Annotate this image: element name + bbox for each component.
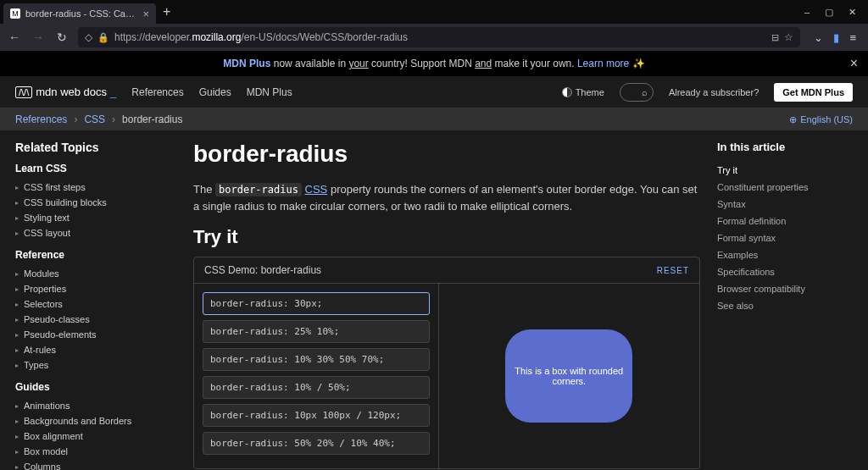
get-mdn-plus-button[interactable]: Get MDN Plus	[774, 83, 853, 102]
demo-title: CSS Demo: border-radius	[204, 264, 321, 276]
browser-tab[interactable]: M border-radius - CSS: Cascadin… ×	[3, 3, 156, 24]
nav-mdnplus[interactable]: MDN Plus	[247, 86, 292, 98]
demo-option[interactable]: border-radius: 10% 30% 50% 70%;	[203, 348, 430, 371]
sidebar-section-heading: Learn CSS	[15, 163, 185, 174]
sidebar-section-heading: Reference	[15, 249, 185, 261]
tab-title: border-radius - CSS: Cascadin…	[25, 8, 137, 19]
mdn-favicon: M	[10, 8, 20, 19]
sidebar-item[interactable]: Styling text	[15, 210, 185, 225]
menu-icon[interactable]: ≡	[849, 31, 856, 44]
toc-item[interactable]: See also	[717, 297, 853, 314]
banner-close-icon[interactable]: ×	[850, 56, 858, 71]
window-close-icon[interactable]: ✕	[849, 7, 856, 18]
toc-title: In this article	[717, 141, 853, 153]
theme-toggle[interactable]: Theme	[562, 87, 604, 97]
reload-button[interactable]: ↻	[54, 30, 70, 44]
sidebar-item[interactable]: Types	[15, 357, 185, 373]
demo-preview-box: This is a box with rounded corners.	[505, 329, 632, 423]
back-button[interactable]: ←	[7, 30, 22, 44]
site-header: /\/\mdn web docs_ References Guides MDN …	[0, 76, 868, 108]
sparkle-icon: ✨	[632, 58, 645, 69]
toc-item[interactable]: Formal definition	[717, 213, 853, 229]
sidebar-item[interactable]: Properties	[15, 281, 185, 296]
sidebar: Related Topics Learn CSSCSS first stepsC…	[15, 141, 185, 470]
window-minimize-icon[interactable]: –	[804, 7, 810, 18]
article: border-radius The border-radius CSS prop…	[185, 141, 717, 470]
tab-strip: M border-radius - CSS: Cascadin… × + – ▢…	[0, 0, 868, 24]
breadcrumb: References › CSS › border-radius ⊕Englis…	[0, 108, 868, 130]
sidebar-item[interactable]: Columns	[15, 459, 185, 470]
sidebar-item[interactable]: CSS first steps	[15, 180, 185, 195]
sidebar-item[interactable]: CSS building blocks	[15, 195, 185, 210]
close-tab-icon[interactable]: ×	[142, 8, 149, 20]
sidebar-item[interactable]: Box alignment	[15, 429, 185, 444]
reader-icon[interactable]: ⊟	[771, 32, 779, 43]
nav-guides[interactable]: Guides	[199, 86, 231, 98]
theme-icon	[562, 87, 572, 97]
toc-item[interactable]: Try it	[717, 162, 853, 179]
demo-option[interactable]: border-radius: 30px;	[203, 292, 430, 315]
language-selector[interactable]: ⊕English (US)	[789, 114, 853, 125]
sidebar-item[interactable]: Box model	[15, 444, 185, 459]
table-of-contents: In this article Try itConstituent proper…	[717, 141, 853, 470]
bookmark-star-icon[interactable]: ☆	[784, 31, 793, 43]
url-text: https://developer.mozilla.org/en-US/docs…	[114, 31, 766, 43]
mdn-logo[interactable]: /\/\mdn web docs_	[15, 86, 116, 98]
sidebar-item[interactable]: Backgrounds and Borders	[15, 413, 185, 429]
promo-banner: MDN Plus now available in your country! …	[0, 51, 868, 76]
pocket-icon[interactable]: ⌄	[814, 31, 823, 44]
toc-item[interactable]: Constituent properties	[717, 179, 853, 196]
nav-references[interactable]: References	[131, 86, 183, 98]
demo-option[interactable]: border-radius: 25% 10%;	[203, 320, 430, 343]
demo-option[interactable]: border-radius: 50% 20% / 10% 40%;	[203, 432, 430, 455]
window-maximize-icon[interactable]: ▢	[825, 7, 833, 18]
sidebar-item[interactable]: Animations	[15, 398, 185, 413]
nav-bar: ← → ↻ ◇ 🔒 https://developer.mozilla.org/…	[0, 24, 868, 51]
toc-item[interactable]: Examples	[717, 246, 853, 263]
new-tab-button[interactable]: +	[156, 4, 177, 19]
subscriber-link[interactable]: Already a subscriber?	[669, 87, 759, 97]
sidebar-item[interactable]: Pseudo-elements	[15, 327, 185, 342]
search-button[interactable]: ⌕	[620, 83, 654, 102]
toc-item[interactable]: Syntax	[717, 196, 853, 213]
search-icon: ⌕	[642, 87, 648, 97]
forward-button[interactable]: →	[31, 30, 46, 44]
crumb-current: border-radius	[122, 113, 182, 125]
banner-brand: MDN Plus	[223, 58, 270, 69]
crumb-css[interactable]: CSS	[84, 113, 105, 125]
window-controls: – ▢ ✕	[804, 7, 865, 18]
toc-item[interactable]: Specifications	[717, 263, 853, 280]
globe-icon: ⊕	[789, 114, 797, 125]
toc-item[interactable]: Browser compatibility	[717, 280, 853, 297]
sidebar-item[interactable]: CSS layout	[15, 225, 185, 241]
url-bar[interactable]: ◇ 🔒 https://developer.mozilla.org/en-US/…	[78, 27, 800, 47]
sidebar-item[interactable]: Pseudo-classes	[15, 312, 185, 327]
demo-option[interactable]: border-radius: 10px 100px / 120px;	[203, 404, 430, 427]
chevron-right-icon: ›	[112, 113, 115, 125]
intro-paragraph: The border-radius CSS property rounds th…	[193, 181, 700, 214]
sidebar-section-heading: Guides	[15, 381, 185, 393]
chevron-right-icon: ›	[74, 113, 77, 125]
try-it-heading: Try it	[193, 226, 700, 248]
code-border-radius: border-radius	[215, 183, 302, 196]
sidebar-item[interactable]: At-rules	[15, 342, 185, 357]
sidebar-title: Related Topics	[15, 141, 185, 154]
learn-more-link[interactable]: Learn more	[577, 58, 629, 69]
interactive-demo: CSS Demo: border-radius RESET border-rad…	[193, 257, 700, 469]
toc-item[interactable]: Formal syntax	[717, 229, 853, 246]
shield-icon[interactable]: ◇	[85, 31, 92, 43]
sidebar-item[interactable]: Modules	[15, 266, 185, 281]
sidebar-item[interactable]: Selectors	[15, 296, 185, 312]
page-title: border-radius	[193, 141, 700, 168]
css-link[interactable]: CSS	[305, 183, 328, 196]
demo-preview: This is a box with rounded corners.	[439, 284, 700, 468]
lock-icon[interactable]: 🔒	[97, 32, 109, 43]
reset-button[interactable]: RESET	[657, 266, 689, 275]
demo-options: border-radius: 30px;border-radius: 25% 1…	[194, 284, 439, 468]
demo-option[interactable]: border-radius: 10% / 50%;	[203, 376, 430, 399]
crumb-references[interactable]: References	[15, 113, 67, 125]
account-icon[interactable]: ▮	[833, 31, 839, 44]
